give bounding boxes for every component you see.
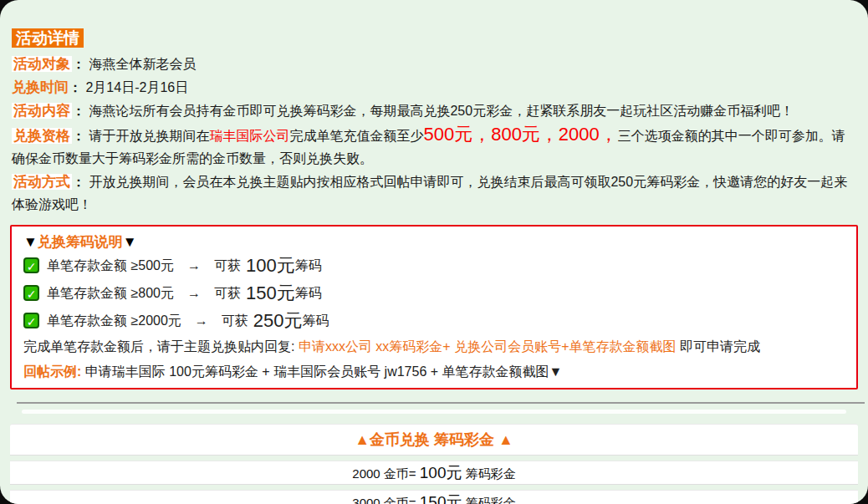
reply-example-line: 回帖示例: 申请瑞丰国际 100元筹码彩金 + 瑞丰国际会员账号 jw1756 …	[23, 360, 845, 383]
check-icon: ✓	[23, 257, 39, 273]
colon: ：	[72, 129, 85, 143]
rule-amount: 100元	[246, 253, 295, 278]
table-row: 3000 金币= 150元 筹码彩金	[10, 490, 858, 504]
page-title: 活动详情	[12, 28, 84, 48]
info-line-time: 兑换时间： 2月14日-2月16日	[12, 76, 856, 99]
horizontal-divider	[17, 402, 865, 404]
reply-post: 即可申请完成	[676, 339, 759, 354]
gold-table-header: ▲金币兑换 筹码彩金 ▲	[10, 424, 858, 456]
info-line-object: 活动对象： 海燕全体新老会员	[12, 53, 856, 75]
rule-unit: 筹码	[295, 253, 322, 278]
post-content: 活动详情 活动对象： 海燕全体新老会员 兑换时间： 2月14日-2月16日 活动…	[0, 0, 868, 216]
rule-row-500: ✓ 单笔存款金额 ≥500元 → 可获 100元 筹码	[23, 252, 845, 279]
exchange-box-title-text: 兑换筹码说明	[38, 234, 123, 250]
rule-gain: 可获	[214, 253, 241, 278]
table-row: 2000 金币= 100元 筹码彩金	[10, 461, 858, 485]
qualification-seg2: 完成单笔充值金额至少	[289, 129, 423, 143]
rule-amount: 150元	[246, 281, 295, 306]
company-name: 瑞丰国际公司	[209, 129, 289, 143]
colon: ：	[72, 57, 85, 71]
content-label: 活动内容	[12, 103, 72, 119]
info-line-qualification: 兑换资格： 请于开放兑换期间在瑞丰国际公司完成单笔充值金额至少500元，800元…	[12, 123, 856, 170]
row-unit: 筹码彩金	[462, 496, 516, 504]
time-label: 兑换时间	[12, 79, 69, 95]
example-label: 回帖示例:	[23, 364, 81, 379]
check-icon: ✓	[23, 313, 39, 328]
decorative-white-band	[22, 410, 846, 414]
colon: ：	[72, 104, 85, 118]
reply-format: 申请xxx公司 xx筹码彩金+ 兑换公司会员账号+单笔存款金额截图	[299, 339, 677, 354]
reply-instruction-line: 完成单笔存款金额后，请于主题兑换贴内回复: 申请xxx公司 xx筹码彩金+ 兑换…	[23, 336, 845, 358]
activity-post-page: 活动详情 活动对象： 海燕全体新老会员 兑换时间： 2月14日-2月16日 活动…	[0, 0, 868, 504]
time-value: 2月14日-2月16日	[85, 80, 188, 94]
exchange-rules-box: ▼兑换筹码说明▼ ✓ 单笔存款金额 ≥500元 → 可获 100元 筹码 ✓ 单…	[10, 225, 858, 389]
rule-unit: 筹码	[295, 281, 322, 306]
method-value: 开放兑换期间，会员在本兑换主题贴内按相应格式回帖申请即可，兑换结束后最高可领取2…	[12, 175, 847, 211]
triangle-down-icon: ▼	[123, 234, 137, 250]
reply-pre: 完成单笔存款金额后，请于主题兑换贴内回复:	[23, 339, 299, 354]
arrow-right-icon: →	[187, 253, 201, 278]
colon: ：	[72, 175, 85, 189]
rule-amount: 250元	[253, 308, 303, 333]
qualification-seg1: 请于开放兑换期间在	[89, 129, 209, 143]
object-value: 海燕全体新老会员	[89, 57, 196, 71]
row-coins: 2000 金币=	[352, 466, 419, 481]
rule-gain: 可获	[214, 281, 241, 306]
rule-condition: 单笔存款金额 ≥2000元	[47, 308, 181, 333]
example-text: 申请瑞丰国际 100元筹码彩金 + 瑞丰国际会员账号 jw1756 + 单笔存款…	[81, 364, 562, 379]
row-coins: 3000 金币=	[352, 496, 419, 504]
rule-row-2000: ✓ 单笔存款金额 ≥2000元 → 可获 250元 筹码	[23, 307, 845, 334]
object-label: 活动对象	[12, 56, 72, 72]
rule-unit: 筹码	[303, 308, 329, 333]
rule-gain: 可获	[222, 308, 248, 333]
rule-condition: 单笔存款金额 ≥500元	[47, 253, 174, 278]
content-value: 海燕论坛所有会员持有金币即可兑换筹码彩金，每期最高兑换250元彩金，赶紧联系朋友…	[89, 104, 794, 118]
gold-exchange-table: ▲金币兑换 筹码彩金 ▲ 2000 金币= 100元 筹码彩金 3000 金币=…	[10, 424, 858, 504]
exchange-box-title: ▼兑换筹码说明▼	[23, 233, 845, 252]
row-unit: 筹码彩金	[462, 466, 516, 481]
row-amount: 100元	[420, 464, 462, 481]
qualification-label: 兑换资格	[12, 128, 72, 144]
info-line-method: 活动方式： 开放兑换期间，会员在本兑换主题贴内按相应格式回帖申请即可，兑换结束后…	[12, 171, 856, 216]
row-amount: 150元	[420, 493, 462, 504]
check-icon: ✓	[23, 285, 39, 301]
arrow-right-icon: →	[195, 308, 208, 333]
triangle-down-icon: ▼	[23, 234, 38, 250]
arrow-right-icon: →	[187, 281, 201, 306]
info-line-content: 活动内容： 海燕论坛所有会员持有金币即可兑换筹码彩金，每期最高兑换250元彩金，…	[12, 99, 856, 122]
rule-row-800: ✓ 单笔存款金额 ≥800元 → 可获 150元 筹码	[23, 279, 845, 307]
rule-condition: 单笔存款金额 ≥800元	[47, 281, 174, 306]
deposit-amounts: 500元，800元，2000，	[423, 124, 617, 145]
method-label: 活动方式	[12, 174, 72, 190]
colon: ：	[69, 80, 82, 94]
